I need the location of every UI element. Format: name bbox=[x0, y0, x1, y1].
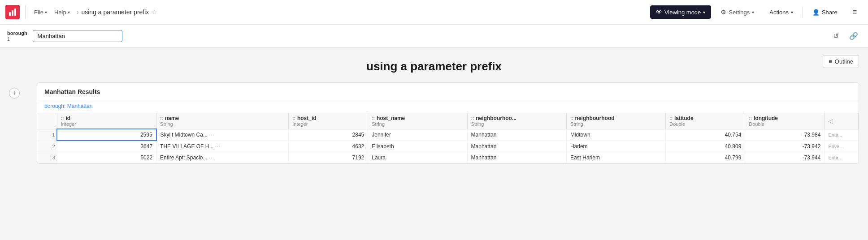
help-menu-button[interactable]: Help ▾ bbox=[51, 7, 73, 17]
cell-host-name-1[interactable]: Jennifer bbox=[368, 129, 467, 141]
col-header-neighbourhood-group: ::neighbourhoo... String bbox=[467, 113, 566, 129]
cell-neighbourhood-group-3[interactable]: Manhattan bbox=[467, 152, 566, 163]
table-area: + Manhattan Results borough: Manhattan :… bbox=[9, 82, 859, 164]
borough-filter-label: borough: Manhattan bbox=[37, 101, 859, 113]
link-button[interactable]: 🔗 bbox=[846, 29, 861, 43]
cell-latitude-3[interactable]: 40.799 bbox=[666, 152, 745, 163]
lines-button[interactable]: ≡ bbox=[847, 5, 863, 19]
share-button[interactable]: 👤 Share bbox=[807, 6, 843, 19]
table-row: 1 2595 Skylit Midtown Ca... ··· 2845 Jen… bbox=[37, 129, 859, 141]
cell-neighbourhood-group-1[interactable]: Manhattan bbox=[467, 129, 566, 141]
cell-host-name-3[interactable]: Laura bbox=[368, 152, 467, 163]
svg-rect-1 bbox=[12, 10, 13, 16]
svg-rect-2 bbox=[14, 9, 16, 16]
params-right: ↺ 🔗 bbox=[829, 29, 861, 43]
cell-name-3[interactable]: Entire Apt: Spacio... ··· bbox=[156, 152, 289, 163]
cell-longitude-2[interactable]: -73.942 bbox=[745, 141, 825, 152]
row-number: 3 bbox=[37, 152, 57, 163]
chevron-down-icon: ▾ bbox=[68, 10, 70, 15]
gear-icon: ⚙ bbox=[720, 9, 726, 16]
cell-name-1[interactable]: Skylit Midtown Ca... ··· bbox=[156, 129, 289, 141]
col-header-host-name: ::host_name String bbox=[368, 113, 467, 129]
cell-latitude-1[interactable]: 40.754 bbox=[666, 129, 745, 141]
col-icon-host-name: :: bbox=[372, 116, 375, 121]
borough-input[interactable] bbox=[33, 30, 122, 42]
favorite-star-icon[interactable]: ☆ bbox=[152, 9, 157, 16]
cell-extra-3: Entir... bbox=[825, 152, 859, 163]
settings-button[interactable]: ⚙ Settings ▾ bbox=[715, 5, 760, 19]
breadcrumb-area: › using a parameter prefix ☆ bbox=[77, 9, 647, 16]
col-header-host-id: ::host_id Integer bbox=[289, 113, 368, 129]
add-column-header[interactable]: ◁ bbox=[825, 113, 859, 129]
more-options-icon[interactable]: ··· bbox=[209, 155, 214, 160]
param-label: borough bbox=[7, 30, 27, 36]
cell-host-id-1[interactable]: 2845 bbox=[289, 129, 368, 141]
cell-id-1[interactable]: 2595 bbox=[57, 129, 156, 141]
data-table: ::id Integer ::name String ::host_id Int… bbox=[37, 113, 859, 163]
page-title: using a parameter prefix bbox=[9, 60, 859, 73]
cell-longitude-3[interactable]: -73.944 bbox=[745, 152, 825, 163]
cell-neighbourhood-2[interactable]: Harlem bbox=[566, 141, 665, 152]
svg-rect-0 bbox=[9, 12, 11, 16]
col-icon-id: :: bbox=[61, 116, 64, 121]
col-icon-neighbourhood-group: :: bbox=[471, 116, 474, 121]
param-count: 1 bbox=[7, 37, 27, 42]
row-number: 1 bbox=[37, 129, 57, 141]
outline-button[interactable]: ≡ Outline bbox=[823, 55, 859, 68]
table-row: 3 5022 Entire Apt: Spacio... ··· 7192 La… bbox=[37, 152, 859, 163]
file-menu-button[interactable]: File ▾ bbox=[31, 7, 50, 17]
chevron-down-icon: ▾ bbox=[703, 10, 705, 15]
cell-neighbourhood-1[interactable]: Midtown bbox=[566, 129, 665, 141]
cell-longitude-1[interactable]: -73.984 bbox=[745, 129, 825, 141]
col-icon-longitude: :: bbox=[749, 116, 752, 121]
table-row: 2 3647 THE VILLAGE OF H... ··· 4632 Elis… bbox=[37, 141, 859, 152]
cell-id-3[interactable]: 5022 bbox=[57, 152, 156, 163]
refresh-icon: ↺ bbox=[833, 32, 839, 40]
user-icon: 👤 bbox=[812, 9, 820, 16]
col-icon-name: :: bbox=[160, 116, 163, 121]
breadcrumb-title: using a parameter prefix bbox=[81, 9, 149, 16]
breadcrumb-separator: › bbox=[77, 9, 79, 16]
lines-icon: ≡ bbox=[853, 8, 857, 16]
add-block-button[interactable]: + bbox=[9, 88, 20, 99]
lines-icon: ≡ bbox=[829, 58, 832, 65]
cell-extra-2: Priva... bbox=[825, 141, 859, 152]
divider bbox=[803, 7, 803, 17]
cell-host-id-3[interactable]: 7192 bbox=[289, 152, 368, 163]
cell-name-2[interactable]: THE VILLAGE OF H... ··· bbox=[156, 141, 289, 152]
chevron-down-icon: ▾ bbox=[752, 10, 754, 15]
refresh-button[interactable]: ↺ bbox=[829, 29, 843, 43]
viewing-mode-button[interactable]: 👁 Viewing mode ▾ bbox=[650, 5, 711, 19]
eye-icon: 👁 bbox=[656, 9, 662, 16]
chevron-down-icon: ▾ bbox=[45, 10, 47, 15]
cell-latitude-2[interactable]: 40.809 bbox=[666, 141, 745, 152]
cell-neighbourhood-group-2[interactable]: Manhattan bbox=[467, 141, 566, 152]
cell-host-id-2[interactable]: 4632 bbox=[289, 141, 368, 152]
col-header-longitude: ::longitude Double bbox=[745, 113, 825, 129]
actions-button[interactable]: Actions ▾ bbox=[764, 6, 799, 19]
col-header-neighbourhood: ::neighbourhood String bbox=[566, 113, 665, 129]
params-bar: borough 1 ↺ 🔗 bbox=[0, 25, 868, 48]
more-options-icon[interactable]: ··· bbox=[215, 144, 221, 149]
topbar: File ▾ Help ▾ › using a parameter prefix… bbox=[0, 0, 868, 25]
more-options-icon[interactable]: ··· bbox=[209, 132, 214, 137]
col-icon-neighbourhood: :: bbox=[570, 116, 573, 121]
main-content: ≡ Outline using a parameter prefix + Man… bbox=[0, 48, 868, 240]
file-menu-area: File ▾ Help ▾ bbox=[31, 7, 73, 17]
row-number: 2 bbox=[37, 141, 57, 152]
row-num-header bbox=[37, 113, 57, 129]
col-icon-host-id: :: bbox=[292, 116, 295, 121]
col-header-latitude: ::latitude Double bbox=[666, 113, 745, 129]
results-table-section: Manhattan Results borough: Manhattan ::i… bbox=[37, 82, 859, 164]
link-icon: 🔗 bbox=[849, 32, 858, 40]
cell-id-2[interactable]: 3647 bbox=[57, 141, 156, 152]
cell-host-name-2[interactable]: Elisabeth bbox=[368, 141, 467, 152]
divider bbox=[25, 5, 26, 19]
app-logo[interactable] bbox=[5, 5, 20, 19]
col-icon-latitude: :: bbox=[669, 116, 673, 121]
cell-neighbourhood-3[interactable]: East Harlem bbox=[566, 152, 665, 163]
cell-extra-1: Entir... bbox=[825, 129, 859, 141]
chevron-down-icon: ▾ bbox=[791, 10, 793, 15]
col-header-name: ::name String bbox=[156, 113, 289, 129]
table-title: Manhattan Results bbox=[37, 83, 859, 101]
